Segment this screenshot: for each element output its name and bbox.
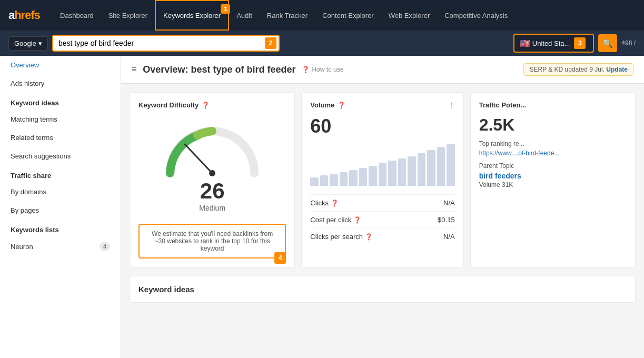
volume-title: Volume ❓ ⋮ [310, 101, 454, 109]
metrics-grid: Keyword Difficulty ❓ 26 [121, 84, 644, 276]
sidebar-item-by-pages[interactable]: By pages [0, 201, 121, 220]
nav-dashboard[interactable]: Dashboard [53, 0, 101, 31]
annotation-2: 2 [265, 37, 276, 49]
parent-topic-volume: Volume 31K [479, 181, 627, 188]
bar-3 [330, 174, 338, 186]
keyword-difficulty-card: Keyword Difficulty ❓ 26 [130, 92, 295, 267]
update-link[interactable]: Update [606, 66, 628, 73]
serp-text: SERP & KD updated 9 Jul. [529, 66, 605, 73]
cpc-row: Cost per click ❓ $0.15 [310, 211, 454, 228]
logo-prefix: a [8, 8, 14, 22]
nav-keywords-explorer[interactable]: Keywords Explorer [155, 0, 229, 31]
nav-web-explorer[interactable]: Web Explorer [381, 0, 438, 31]
search-button[interactable]: 🔍 [598, 34, 617, 52]
clicks-help-icon[interactable]: ❓ [331, 200, 339, 207]
search-input[interactable] [53, 36, 263, 51]
top-nav: ahrefs Dashboard Site Explorer Keywords … [0, 0, 644, 31]
bar-8 [379, 163, 387, 186]
bar-2 [320, 175, 328, 186]
estimate-box-wrapper: We estimate that you'll need backlinks f… [138, 224, 286, 258]
svg-line-0 [185, 144, 212, 173]
bar-13 [427, 150, 435, 186]
nav-competitive-analysis[interactable]: Competitive Analysis [437, 0, 515, 31]
clicks-row: Clicks ❓ N/A [310, 194, 454, 211]
bar-7 [369, 166, 377, 186]
bar-14 [437, 147, 445, 186]
content-area: ≡ Overview: best type of bird feeder ❓ H… [121, 56, 644, 358]
cpc-value: $0.15 [438, 216, 455, 224]
volume-chart [310, 144, 454, 186]
sidebar-item-by-domains[interactable]: By domains [0, 183, 121, 201]
cps-help-icon[interactable]: ❓ [365, 233, 373, 241]
cpc-help-icon[interactable]: ❓ [353, 216, 361, 224]
bar-6 [359, 168, 367, 186]
page-title-keyword: best type of bird feeder [191, 64, 295, 75]
volume-help-icon[interactable]: ❓ [338, 102, 345, 109]
logo[interactable]: ahrefs [8, 8, 40, 22]
page-title: Overview: best type of bird feeder [143, 64, 295, 75]
bar-5 [349, 170, 357, 186]
bar-15 [447, 144, 454, 186]
sidebar-item-ads-history[interactable]: Ads history [0, 74, 121, 93]
annotation-4: 4 [274, 252, 286, 264]
search-icon: 🔍 [602, 38, 613, 48]
cps-row: Clicks per search ❓ N/A [310, 228, 454, 245]
cpc-label: Cost per click ❓ [310, 216, 361, 224]
tp-label: Traffic Poten... [479, 101, 527, 109]
cps-label: Clicks per search ❓ [310, 233, 373, 241]
engine-selector[interactable]: Google ▾ [8, 36, 48, 51]
annotation-1: 1 [221, 4, 230, 14]
question-icon: ❓ [302, 66, 310, 73]
top-ranking-link[interactable]: https://www....of-bird-feede... [479, 150, 584, 157]
estimate-box: We estimate that you'll need backlinks f… [138, 224, 286, 258]
sidebar-item-neuron[interactable]: Neuron 4 [0, 237, 121, 256]
sidebar-item-related-terms[interactable]: Related terms [0, 128, 121, 147]
keyword-ideas-section: Keyword ideas [130, 276, 636, 303]
volume-label: Volume [310, 101, 334, 109]
page-header: ≡ Overview: best type of bird feeder ❓ H… [121, 56, 644, 84]
sidebar-item-search-suggestions[interactable]: Search suggestions [0, 147, 121, 165]
hamburger-icon[interactable]: ≡ [132, 65, 136, 74]
traffic-potential-card: Traffic Poten... 2.5K Top ranking re... … [470, 92, 636, 267]
credits-display: 498 / [621, 39, 636, 47]
sidebar-item-matching-terms[interactable]: Matching terms [0, 110, 121, 128]
nav-rank-tracker[interactable]: Rank Tracker [260, 0, 315, 31]
logo-suffix: hrefs [14, 8, 40, 22]
sidebar-neuron-count: 4 [100, 242, 110, 251]
parent-topic-label: Parent Topic [479, 162, 627, 170]
sidebar-item-overview[interactable]: Overview [0, 56, 121, 74]
volume-card: Volume ❓ ⋮ 60 [301, 92, 463, 267]
how-to-use-label: How to use [312, 66, 343, 73]
flag-icon: 🇺🇸 [520, 38, 530, 48]
kd-label: Keyword Difficulty [138, 101, 199, 109]
country-label: United Sta... [532, 39, 570, 47]
country-selector[interactable]: 🇺🇸 United Sta... 3 [513, 34, 595, 53]
search-input-wrapper: 2 [52, 35, 280, 52]
kd-value: 26 [200, 178, 225, 204]
parent-topic-link[interactable]: bird feeders [479, 172, 521, 180]
nav-links: Dashboard Site Explorer Keywords Explore… [53, 0, 636, 31]
nav-audit[interactable]: Audit [229, 0, 260, 31]
annotation-3: 3 [574, 37, 586, 49]
how-to-use-link[interactable]: ❓ How to use [302, 66, 343, 73]
nav-site-explorer[interactable]: Site Explorer [101, 0, 155, 31]
engine-label: Google [14, 39, 36, 47]
volume-value: 60 [310, 115, 454, 137]
gauge-container: 26 Medium [138, 115, 286, 217]
page-title-prefix: Overview: [143, 64, 191, 75]
clicks-value: N/A [443, 199, 455, 207]
chevron-down-icon: ▾ [38, 39, 42, 47]
top-ranking-label: Top ranking re... [479, 140, 627, 147]
nav-content-explorer[interactable]: Content Explorer [315, 0, 381, 31]
kd-title: Keyword Difficulty ❓ [138, 101, 286, 109]
bar-12 [418, 153, 425, 186]
bar-9 [388, 161, 396, 186]
main-layout: Overview Ads history Keyword ideas Match… [0, 56, 644, 358]
serp-badge: SERP & KD updated 9 Jul. Update [523, 63, 633, 76]
kd-help-icon[interactable]: ❓ [202, 102, 210, 109]
bar-11 [408, 156, 415, 186]
volume-more-icon[interactable]: ⋮ [448, 101, 455, 109]
tp-title: Traffic Poten... [479, 101, 627, 109]
nav-keywords-explorer-wrapper: Keywords Explorer 1 [155, 0, 229, 31]
tp-value: 2.5K [479, 115, 627, 135]
